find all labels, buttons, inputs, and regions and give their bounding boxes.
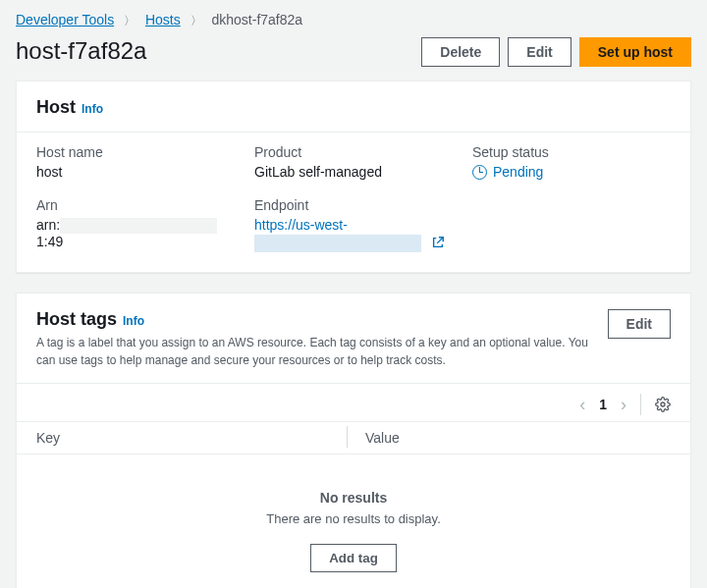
arn-value: arn: 1:49: [36, 217, 235, 249]
host-name-label: Host name: [36, 144, 235, 160]
chevron-right-icon: 〉: [124, 14, 136, 27]
host-panel-title: Host: [36, 97, 76, 118]
endpoint-link[interactable]: https://us-west-: [254, 217, 348, 233]
arn-line1-prefix: arn:: [36, 217, 60, 233]
setup-status-label: Setup status: [472, 144, 671, 160]
add-tag-button[interactable]: Add tag: [310, 544, 397, 572]
host-tags-title: Host tags: [36, 309, 117, 330]
divider: [640, 394, 641, 415]
page-number: 1: [599, 397, 607, 412]
breadcrumb-hosts[interactable]: Hosts: [145, 12, 181, 27]
arn-line2-prefix: 1:49: [36, 234, 63, 249]
edit-tags-button[interactable]: Edit: [608, 309, 671, 339]
arn-label: Arn: [36, 197, 235, 213]
delete-button[interactable]: Delete: [421, 37, 500, 67]
chevron-right-icon: 〉: [190, 14, 202, 27]
column-key: Key: [36, 430, 354, 446]
setup-host-button[interactable]: Set up host: [579, 37, 691, 67]
breadcrumb-root[interactable]: Developer Tools: [16, 12, 114, 27]
host-tags-panel: Host tags Info A tag is a label that you…: [16, 293, 691, 588]
host-name-value: host: [36, 164, 235, 180]
host-tags-info-link[interactable]: Info: [123, 314, 144, 328]
host-panel: Host Info Host name host Product GitLab …: [16, 80, 691, 273]
product-value: GitLab self-managed: [254, 164, 453, 180]
page-title: host-f7af82a: [16, 37, 146, 65]
empty-subtitle: There are no results to display.: [17, 511, 690, 526]
column-value: Value: [354, 430, 671, 446]
gear-icon[interactable]: [655, 397, 671, 412]
prev-page-icon[interactable]: ‹: [579, 395, 585, 415]
host-info-link[interactable]: Info: [82, 102, 103, 116]
edit-button[interactable]: Edit: [508, 37, 571, 67]
empty-title: No results: [17, 490, 690, 506]
external-link-icon[interactable]: [431, 236, 445, 249]
breadcrumb-current: dkhost-f7af82a: [212, 12, 303, 27]
next-page-icon[interactable]: ›: [621, 395, 626, 415]
host-tags-description: A tag is a label that you assign to an A…: [36, 334, 608, 369]
endpoint-redacted: [254, 235, 421, 252]
breadcrumb: Developer Tools 〉 Hosts 〉 dkhost-f7af82a: [16, 12, 691, 29]
endpoint-label: Endpoint: [254, 197, 453, 213]
pending-icon: [472, 165, 487, 180]
product-label: Product: [254, 144, 453, 160]
svg-point-0: [661, 402, 665, 406]
redacted-block: [60, 218, 217, 234]
setup-status-value: Pending: [493, 164, 543, 180]
